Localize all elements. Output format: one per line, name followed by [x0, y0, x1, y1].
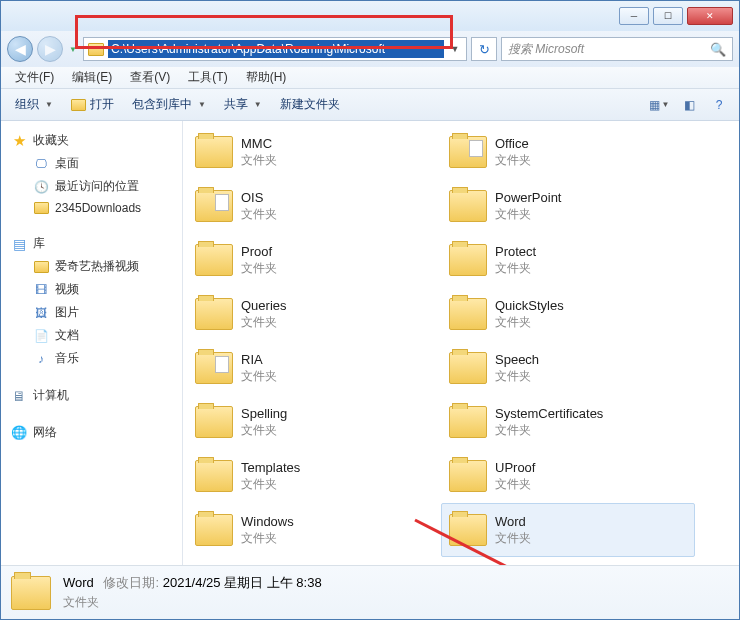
sidebar-item-fav-1[interactable]: 🕓最近访问的位置 [5, 175, 178, 198]
folder-item-powerpoint[interactable]: PowerPoint文件夹 [441, 179, 695, 233]
folder-icon [11, 576, 51, 610]
folder-icon [449, 406, 487, 438]
status-mod-label: 修改日期: [103, 575, 159, 590]
newfolder-button[interactable]: 新建文件夹 [274, 94, 346, 115]
folder-item-ria[interactable]: RIA文件夹 [187, 341, 441, 395]
folder-item-quickstyles[interactable]: QuickStyles文件夹 [441, 287, 695, 341]
preview-pane-button[interactable]: ◧ [677, 94, 701, 116]
folder-icon [449, 514, 487, 546]
maximize-button[interactable]: ☐ [653, 7, 683, 25]
minimize-button[interactable]: ─ [619, 7, 649, 25]
folder-item-protect[interactable]: Protect文件夹 [441, 233, 695, 287]
menu-tools[interactable]: 工具(T) [180, 67, 235, 88]
menu-help[interactable]: 帮助(H) [238, 67, 295, 88]
status-mod-value: 2021/4/25 星期日 上午 8:38 [163, 575, 322, 590]
folder-item-systemcertificates[interactable]: SystemCertificates文件夹 [441, 395, 695, 449]
sidebar-item-fav-2[interactable]: 2345Downloads [5, 198, 178, 218]
recent-icon: 🕓 [33, 180, 49, 194]
sidebar: ★收藏夹 🖵桌面🕓最近访问的位置2345Downloads ▤库 爱奇艺热播视频… [1, 121, 183, 565]
folder-icon [88, 43, 104, 56]
folder-icon [195, 406, 233, 438]
sidebar-item-lib-0[interactable]: 爱奇艺热播视频 [5, 255, 178, 278]
folder-item-spelling[interactable]: Spelling文件夹 [187, 395, 441, 449]
item-name: Office [495, 136, 531, 151]
view-mode-button[interactable]: ▦▼ [647, 94, 671, 116]
item-type: 文件夹 [495, 314, 564, 331]
refresh-button[interactable]: ↻ [471, 37, 497, 61]
include-button[interactable]: 包含到库中▼ [126, 94, 212, 115]
status-name: Word [63, 575, 94, 590]
folder-item-speech[interactable]: Speech文件夹 [441, 341, 695, 395]
item-type: 文件夹 [495, 152, 531, 169]
sidebar-item-fav-0[interactable]: 🖵桌面 [5, 152, 178, 175]
folder-icon [195, 190, 233, 222]
folder-item-office[interactable]: Office文件夹 [441, 125, 695, 179]
history-dropdown[interactable]: ▼ [67, 41, 79, 57]
back-button[interactable]: ◀ [7, 36, 33, 62]
sidebar-network[interactable]: 🌐网络 [5, 421, 178, 444]
folder-icon [71, 99, 86, 111]
item-type: 文件夹 [241, 368, 277, 385]
sidebar-item-lib-2[interactable]: 🖼图片 [5, 301, 178, 324]
network-icon: 🌐 [11, 426, 27, 440]
menu-view[interactable]: 查看(V) [122, 67, 178, 88]
organize-button[interactable]: 组织▼ [9, 94, 59, 115]
item-name: Proof [241, 244, 277, 259]
sidebar-libraries[interactable]: ▤库 [5, 232, 178, 255]
item-type: 文件夹 [241, 206, 277, 223]
folder-icon [33, 201, 49, 215]
status-bar: Word 修改日期: 2021/4/25 星期日 上午 8:38 文件夹 [1, 565, 739, 619]
address-text[interactable]: C:\Users\Administrator\AppData\Roaming\M… [108, 40, 444, 58]
folder-item-mmc[interactable]: MMC文件夹 [187, 125, 441, 179]
folder-icon [33, 260, 49, 274]
folder-item-word[interactable]: Word文件夹 [441, 503, 695, 557]
item-type: 文件夹 [241, 260, 277, 277]
item-type: 文件夹 [241, 476, 300, 493]
folder-item-queries[interactable]: Queries文件夹 [187, 287, 441, 341]
sidebar-item-lib-3[interactable]: 📄文档 [5, 324, 178, 347]
item-type: 文件夹 [495, 368, 539, 385]
item-name: QuickStyles [495, 298, 564, 313]
sidebar-favorites[interactable]: ★收藏夹 [5, 129, 178, 152]
item-type: 文件夹 [495, 422, 603, 439]
video-icon: 🎞 [33, 283, 49, 297]
item-type: 文件夹 [241, 152, 277, 169]
item-name: Spelling [241, 406, 287, 421]
search-placeholder: 搜索 Microsoft [508, 41, 584, 58]
folder-icon [449, 352, 487, 384]
sidebar-item-lib-1[interactable]: 🎞视频 [5, 278, 178, 301]
folder-item-ois[interactable]: OIS文件夹 [187, 179, 441, 233]
close-button[interactable]: ✕ [687, 7, 733, 25]
folder-icon [449, 136, 487, 168]
folder-item-windows[interactable]: Windows文件夹 [187, 503, 441, 557]
folder-item-proof[interactable]: Proof文件夹 [187, 233, 441, 287]
content-pane[interactable]: MMC文件夹Office文件夹OIS文件夹PowerPoint文件夹Proof文… [183, 121, 739, 565]
item-type: 文件夹 [241, 422, 287, 439]
address-dropdown[interactable]: ▼ [448, 44, 462, 54]
open-button[interactable]: 打开 [65, 94, 120, 115]
menu-edit[interactable]: 编辑(E) [64, 67, 120, 88]
menu-file[interactable]: 文件(F) [7, 67, 62, 88]
folder-icon [195, 244, 233, 276]
folder-item-uproof[interactable]: UProof文件夹 [441, 449, 695, 503]
search-input[interactable]: 搜索 Microsoft 🔍 [501, 37, 733, 61]
toolbar: 组织▼ 打开 包含到库中▼ 共享▼ 新建文件夹 ▦▼ ◧ ? [1, 89, 739, 121]
sidebar-item-lib-4[interactable]: ♪音乐 [5, 347, 178, 370]
item-type: 文件夹 [495, 260, 536, 277]
music-icon: ♪ [33, 352, 49, 366]
help-button[interactable]: ? [707, 94, 731, 116]
address-bar[interactable]: C:\Users\Administrator\AppData\Roaming\M… [83, 37, 467, 61]
folder-icon [449, 244, 487, 276]
folder-icon [195, 514, 233, 546]
item-name: Templates [241, 460, 300, 475]
item-name: Protect [495, 244, 536, 259]
item-name: UProof [495, 460, 535, 475]
folder-icon [195, 352, 233, 384]
item-type: 文件夹 [241, 314, 287, 331]
sidebar-computer[interactable]: 🖥计算机 [5, 384, 178, 407]
share-button[interactable]: 共享▼ [218, 94, 268, 115]
folder-item-templates[interactable]: Templates文件夹 [187, 449, 441, 503]
item-name: Word [495, 514, 531, 529]
star-icon: ★ [11, 134, 27, 148]
forward-button[interactable]: ▶ [37, 36, 63, 62]
